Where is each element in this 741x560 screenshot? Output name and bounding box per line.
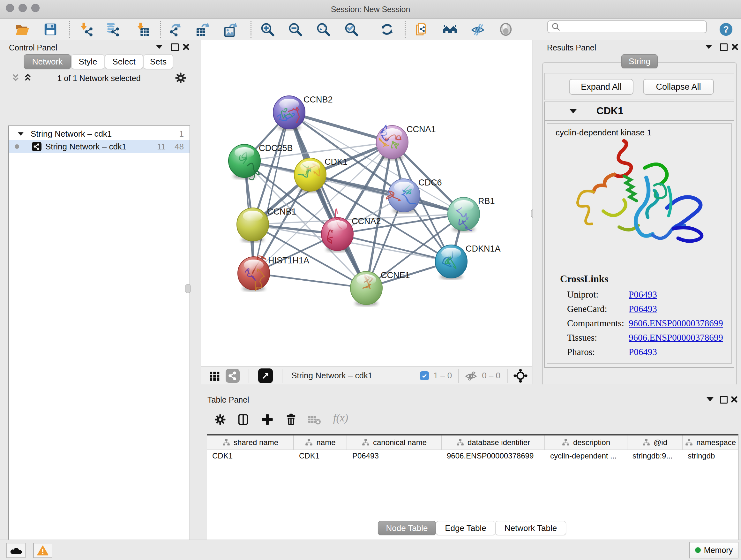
compartments-link[interactable]: 9606.ENSP00000378699 <box>629 318 723 328</box>
string-network-graph[interactable]: CCNB2CCNA1CDC25BCDK1CDC6RB1CCNB1CCNA2CDK… <box>201 40 532 366</box>
export-image-icon[interactable] <box>224 22 239 37</box>
table-settings-gear-icon[interactable] <box>214 414 226 425</box>
tab-network-table[interactable]: Network Table <box>495 521 566 535</box>
float-panel-icon[interactable] <box>171 44 179 51</box>
starter-panel-icon[interactable] <box>443 22 457 37</box>
cell-description: cyclin-dependent ... <box>545 451 627 460</box>
export-table-icon[interactable] <box>196 22 211 37</box>
close-panel-icon[interactable] <box>731 44 738 52</box>
memory-button[interactable]: Memory <box>689 542 738 558</box>
import-network-file-icon[interactable] <box>79 22 94 37</box>
cloud-button[interactable] <box>6 543 25 558</box>
column-header[interactable]: name <box>294 435 347 449</box>
zoom-fit-icon[interactable] <box>316 22 331 37</box>
show-all-eye-icon[interactable] <box>498 22 513 37</box>
float-panel-icon[interactable] <box>720 396 728 403</box>
protein-description: cyclin-dependent kinase 1 <box>556 128 731 138</box>
panel-menu-icon[interactable] <box>705 45 712 49</box>
main-toolbar: ? <box>0 19 741 40</box>
panel-menu-icon[interactable] <box>156 45 163 49</box>
network-node-ccnb2[interactable]: CCNB2 <box>273 95 333 131</box>
genecard-link[interactable]: P06493 <box>629 304 657 314</box>
tab-style[interactable]: Style <box>71 54 105 69</box>
network-node-hist1h1a[interactable]: HIST1H1A <box>238 256 309 292</box>
add-column-icon[interactable] <box>261 413 274 427</box>
collapse-section-icon[interactable] <box>569 109 577 113</box>
control-panel-title: Control Panel <box>9 43 57 52</box>
delete-table-icon[interactable] <box>308 415 321 427</box>
column-header[interactable]: namespace <box>683 435 738 449</box>
show-columns-icon[interactable] <box>237 413 250 427</box>
warnings-button[interactable] <box>33 543 52 558</box>
selected-checkbox-icon[interactable] <box>420 371 429 380</box>
network-node-cdc6[interactable]: CDC6 <box>387 178 442 213</box>
network-collection-row[interactable]: String Network – cdk1 1 <box>9 126 190 140</box>
close-panel-icon[interactable] <box>183 44 190 52</box>
tab-select[interactable]: Select <box>105 54 143 69</box>
tab-network[interactable]: Network <box>24 54 71 69</box>
delete-column-trash-icon[interactable] <box>285 413 297 427</box>
open-session-icon[interactable] <box>15 22 30 37</box>
panel-menu-icon[interactable] <box>706 397 714 401</box>
hidden-eye-slash-icon[interactable] <box>465 369 477 382</box>
network-options-gear-icon[interactable] <box>175 72 186 84</box>
import-table-file-icon[interactable] <box>135 22 150 37</box>
cell-id: stringdb:9... <box>627 451 683 460</box>
collection-expand-icon[interactable] <box>18 132 23 135</box>
pharos-link[interactable]: P06493 <box>629 347 657 357</box>
expand-all-button[interactable]: Expand All <box>569 79 633 95</box>
open-view-arrow-icon[interactable] <box>258 368 273 383</box>
help-icon[interactable]: ? <box>719 22 733 37</box>
column-header[interactable]: shared name <box>207 435 294 449</box>
memory-label: Memory <box>704 546 733 555</box>
node-label-hist1h1a: HIST1H1A <box>268 256 309 265</box>
network-row-selected[interactable]: String Network – cdk1 11 48 <box>9 140 190 153</box>
tab-sets[interactable]: Sets <box>144 54 173 69</box>
network-share-icon <box>32 142 42 151</box>
float-panel-icon[interactable] <box>720 44 728 51</box>
column-header[interactable]: canonical name <box>347 435 442 449</box>
open-in-cytoscape-web-icon[interactable] <box>414 22 429 37</box>
table-row[interactable]: CDK1 CDK1 P06493 9606.ENSP00000378699 cy… <box>207 450 738 462</box>
toolbar-separator <box>508 369 508 383</box>
pan-crosshair-icon[interactable] <box>513 368 528 383</box>
network-node-ccne1[interactable]: CCNE1 <box>350 270 410 306</box>
protein-structure-image <box>573 139 707 267</box>
node-label-cdk1: CDK1 <box>325 157 347 167</box>
function-builder-icon[interactable]: f(x) <box>333 412 348 424</box>
birds-eye-grid-icon[interactable] <box>209 370 221 382</box>
panel-splitter-handle[interactable] <box>185 284 191 293</box>
network-view-canvas[interactable]: CCNB2CCNA1CDC25BCDK1CDC6RB1CCNB1CCNA2CDK… <box>201 40 532 366</box>
search-input[interactable] <box>561 22 699 32</box>
refresh-view-icon[interactable] <box>380 22 394 37</box>
tab-node-table[interactable]: Node Table <box>378 521 436 535</box>
network-node-cdkn1a[interactable]: CDKN1A <box>435 244 501 280</box>
column-header[interactable]: description <box>545 435 627 449</box>
import-network-database-icon[interactable] <box>106 22 120 37</box>
column-header[interactable]: database identifier <box>442 435 545 449</box>
network-tree-list: String Network – cdk1 1 String Network –… <box>8 125 190 560</box>
zoom-out-icon[interactable] <box>288 22 302 37</box>
tab-string-results[interactable]: String <box>621 54 658 68</box>
network-selected-status: 1 of 1 Network selected <box>0 74 198 83</box>
tissues-link[interactable]: 9606.ENSP00000378699 <box>629 332 723 343</box>
collapse-all-button[interactable]: Collapse All <box>643 79 714 95</box>
network-badge-share-icon[interactable] <box>226 369 240 383</box>
close-panel-icon[interactable] <box>731 396 738 404</box>
uniprot-link[interactable]: P06493 <box>629 289 657 300</box>
zoom-in-icon[interactable] <box>260 22 275 37</box>
cell-shared-name: CDK1 <box>207 451 294 460</box>
hide-selected-eye-icon[interactable] <box>470 22 485 37</box>
export-network-icon[interactable] <box>168 22 183 37</box>
window-titlebar: Session: New Session <box>0 0 741 19</box>
status-bar: Memory <box>0 540 741 560</box>
toolbar-search-field[interactable] <box>547 20 707 33</box>
protein-card-header[interactable]: CDK1 <box>545 102 734 121</box>
column-header[interactable]: @id <box>627 435 683 449</box>
tab-edge-table[interactable]: Edge Table <box>436 521 495 535</box>
save-session-icon[interactable] <box>43 22 58 37</box>
network-node-rb1[interactable]: RB1 <box>448 196 495 232</box>
zoom-selected-icon[interactable] <box>344 22 359 37</box>
toolbar-separator <box>251 21 252 38</box>
network-node-cdk1[interactable]: CDK1 <box>294 157 347 193</box>
